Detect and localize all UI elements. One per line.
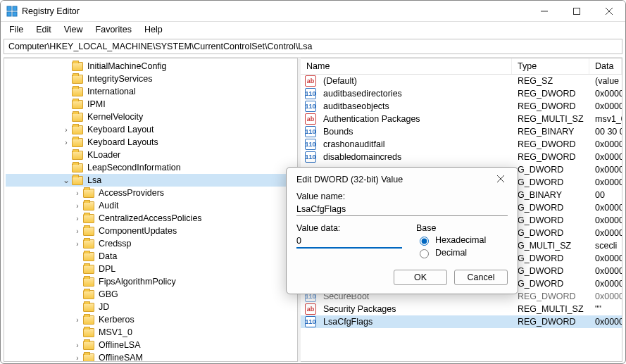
cell-type: REG_MULTI_SZ	[512, 304, 589, 314]
tree-item[interactable]: IntegrityServices	[6, 73, 297, 85]
minimize-button[interactable]	[528, 1, 561, 22]
tree-item[interactable]: KLoader	[6, 149, 297, 161]
tree-item[interactable]: DPL	[6, 263, 297, 275]
tree-item[interactable]: IPMI	[6, 98, 297, 111]
list-row[interactable]: 110auditbasedirectoriesREG_DWORD0x000000…	[301, 87, 622, 100]
list-row[interactable]: abSecurity PackagesREG_MULTI_SZ""	[301, 303, 622, 315]
tree-item[interactable]: Audit	[6, 199, 297, 212]
folder-icon	[83, 277, 94, 287]
list-row[interactable]: abAuthentication PackagesREG_MULTI_SZmsv…	[301, 113, 622, 125]
maximize-button[interactable]	[561, 1, 593, 22]
folder-icon	[72, 100, 83, 109]
expand-icon[interactable]	[73, 227, 82, 235]
radio-decimal[interactable]: Decimal	[416, 247, 508, 258]
expand-icon[interactable]	[62, 175, 70, 185]
folder-icon	[83, 252, 94, 261]
expand-icon[interactable]	[73, 215, 82, 222]
maximize-icon	[573, 8, 580, 15]
tree-item[interactable]: Keyboard Layouts	[6, 136, 297, 149]
tree-item[interactable]: MSV1_0	[6, 326, 297, 339]
cell-data: 0x00000000	[589, 279, 622, 289]
cell-name: disabledomaincreds	[318, 152, 512, 162]
cell-name: Security Packages	[318, 304, 512, 314]
tree-item[interactable]: Data	[6, 250, 297, 263]
menu-edit[interactable]: Edit	[33, 23, 54, 36]
tree-item[interactable]: Keyboard Layout	[6, 123, 297, 136]
cell-data: msv1_0	[589, 114, 622, 124]
window-title: Registry Editor	[22, 6, 80, 16]
string-value-icon: ab	[305, 113, 316, 125]
tree-item[interactable]: Kerberos	[6, 313, 297, 326]
cell-name: auditbasedirectories	[318, 89, 512, 99]
tree-item[interactable]: JD	[6, 301, 297, 313]
menu-help[interactable]: Help	[142, 23, 165, 36]
tree-item[interactable]: FipsAlgorithmPolicy	[6, 275, 297, 288]
close-icon	[497, 175, 504, 182]
tree-item[interactable]: OfflineLSA	[6, 339, 297, 351]
cell-type: REG_DWORD	[512, 139, 589, 149]
expand-icon[interactable]	[62, 139, 70, 146]
expand-icon[interactable]	[73, 341, 82, 349]
tree-item-label: Kerberos	[97, 315, 136, 325]
expand-icon[interactable]	[73, 189, 82, 197]
cell-data: 0x00000000	[589, 152, 622, 162]
col-header-data[interactable]: Data	[589, 58, 622, 74]
col-header-name[interactable]: Name	[301, 58, 512, 74]
tree-item[interactable]: KernelVelocity	[6, 111, 297, 123]
tree-item[interactable]: Lsa	[6, 174, 297, 187]
tree-view[interactable]: InitialMachineConfigIntegrityServicesInt…	[4, 58, 298, 362]
expand-icon[interactable]	[73, 202, 82, 210]
ok-button[interactable]: OK	[394, 270, 447, 285]
tree-item[interactable]: InitialMachineConfig	[6, 60, 297, 73]
tree-item-label: OfflineSAM	[97, 353, 144, 362]
tree-item[interactable]: OfflineSAM	[6, 351, 297, 362]
expand-icon[interactable]	[73, 240, 82, 248]
radio-hexadecimal[interactable]: Hexadecimal	[416, 234, 508, 246]
cell-type: REG_DWORD	[512, 152, 589, 162]
list-row[interactable]: 110crashonauditfailREG_DWORD0x00000000	[301, 138, 622, 151]
folder-icon	[83, 201, 94, 211]
tree-item[interactable]: LeapSecondInformation	[6, 161, 297, 174]
folder-icon	[83, 303, 94, 312]
tree-item[interactable]: CentralizedAccessPolicies	[6, 212, 297, 225]
list-row[interactable]: 110BoundsREG_BINARY00 30 00	[301, 125, 622, 138]
tree-item-label: KLoader	[86, 150, 122, 160]
expand-icon[interactable]	[73, 354, 82, 362]
value-name-field[interactable]	[296, 203, 508, 216]
list-row[interactable]: 110auditbaseobjectsREG_DWORD0x00000000	[301, 100, 622, 113]
tree-item[interactable]: ComponentUpdates	[6, 225, 297, 237]
cell-name: (Default)	[318, 76, 512, 86]
tree-item[interactable]: AccessProviders	[6, 187, 297, 199]
folder-icon	[72, 87, 83, 96]
cell-type: G_BINARY	[512, 190, 589, 200]
tree-item[interactable]: GBG	[6, 288, 297, 301]
radio-hexadecimal-input[interactable]	[420, 237, 429, 246]
cell-type: G_DWORD	[512, 165, 589, 175]
list-row[interactable]: 110disabledomaincredsREG_DWORD0x00000000	[301, 151, 622, 163]
menu-file[interactable]: File	[6, 23, 26, 36]
tree-item[interactable]: International	[6, 85, 297, 98]
tree-item-label: DPL	[97, 264, 117, 274]
menu-view[interactable]: View	[61, 23, 86, 36]
expand-icon[interactable]	[62, 126, 70, 134]
cell-type: REG_MULTI_SZ	[512, 114, 589, 124]
col-header-type[interactable]: Type	[512, 58, 589, 74]
cancel-button[interactable]: Cancel	[454, 270, 508, 285]
folder-icon	[83, 315, 94, 325]
cell-name: Authentication Packages	[318, 114, 512, 124]
tree-item-label: GBG	[97, 289, 120, 299]
address-bar[interactable]: Computer\HKEY_LOCAL_MACHINE\SYSTEM\Curre…	[4, 39, 622, 54]
tree-item[interactable]: Credssp	[6, 237, 297, 250]
cell-type: REG_DWORD	[512, 317, 589, 327]
folder-icon	[72, 125, 83, 134]
list-row[interactable]: 110LsaCfgFlagsREG_DWORD0x00000000	[301, 315, 622, 328]
dialog-close-button[interactable]	[494, 175, 508, 184]
menu-favorites[interactable]: Favorites	[93, 23, 134, 36]
expand-icon[interactable]	[73, 316, 82, 324]
radio-decimal-input[interactable]	[420, 249, 429, 258]
string-value-icon: ab	[305, 303, 316, 315]
value-data-field[interactable]	[296, 234, 402, 249]
list-row[interactable]: ab(Default)REG_SZ(value not set)	[301, 75, 622, 87]
close-button[interactable]	[593, 1, 625, 22]
tree-item-label: Audit	[97, 201, 120, 211]
